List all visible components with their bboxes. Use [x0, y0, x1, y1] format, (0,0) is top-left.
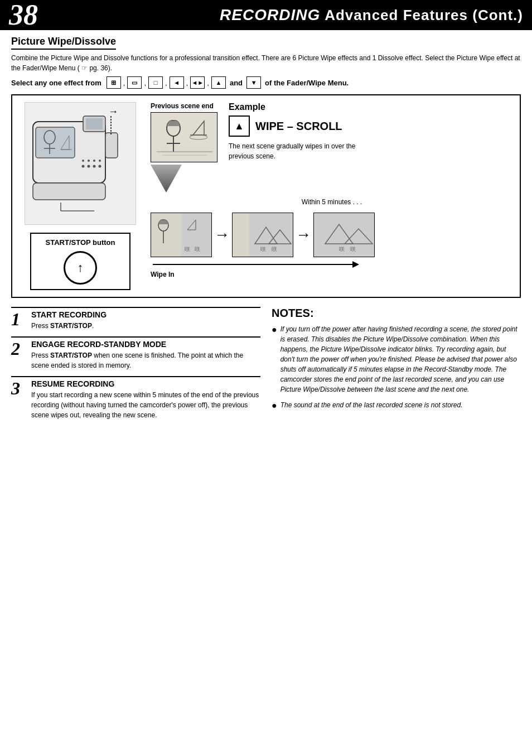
svg-point-11	[88, 165, 90, 168]
wipe-triangle-icon: ▲	[234, 121, 244, 132]
svg-point-16	[93, 160, 95, 162]
wipe-in-label: Wipe In	[151, 271, 513, 278]
svg-rect-9	[86, 118, 103, 129]
svg-point-14	[82, 160, 84, 162]
demo-box: →	[11, 94, 521, 298]
sequence-arrow-2: →	[296, 226, 311, 244]
wipe-scroll-row: ▲ WIPE – SCROLL	[229, 115, 362, 137]
note-bullet-2: ●	[272, 400, 277, 411]
svg-rect-40	[233, 213, 249, 257]
effect-icon-1: ⊞	[107, 76, 121, 89]
svg-rect-18	[105, 133, 118, 158]
page-number: 38	[0, 0, 47, 30]
start-stop-label: START/STOP button	[46, 238, 115, 247]
step-3-number: 3	[11, 379, 27, 397]
step-2-number: 2	[11, 340, 27, 358]
svg-text:咲: 咲	[195, 246, 200, 252]
effect-prefix: Select any one effect from	[11, 79, 101, 87]
note-2: ● The sound at the end of the last recor…	[272, 400, 521, 411]
camcorder-illustration: →	[25, 102, 136, 225]
previous-scene-label: Previous scene end	[151, 102, 214, 110]
wipe-frame-3: 咲 咲	[313, 213, 375, 257]
step-2: 2 ENGAGE RECORD-STANDBY MODE Press START…	[11, 336, 260, 370]
start-stop-box: START/STOP button ↑	[30, 233, 130, 290]
previous-scene-image	[151, 112, 217, 162]
svg-text:咲: 咲	[272, 246, 277, 252]
demo-top: Previous scene end	[151, 102, 513, 192]
step-1: 1 START RECORDING Press START/STOP.	[11, 307, 260, 331]
note-1-text: If you turn off the power after having f…	[280, 324, 521, 394]
demo-right: Previous scene end	[151, 102, 513, 290]
button-arrow-icon: ↑	[78, 261, 84, 275]
effect-icon-7: ▼	[246, 76, 261, 89]
sequence-arrow: →	[214, 226, 230, 244]
title-italic: RECORDING	[220, 6, 320, 24]
step-2-content: ENGAGE RECORD-STANDBY MODE Press START/S…	[31, 340, 260, 370]
step-3: 3 RESUME RECORDING If you start recordin…	[11, 376, 260, 420]
svg-marker-32	[151, 165, 182, 192]
main-content: Picture Wipe/Dissolve Combine the Pictur…	[0, 30, 532, 437]
start-stop-button[interactable]: ↑	[64, 251, 97, 285]
note-bullet-1: ●	[272, 324, 277, 335]
step-1-text: Press START/STOP.	[31, 321, 107, 331]
note-1: ● If you turn off the power after having…	[272, 324, 521, 394]
effect-icon-2: ▭	[127, 76, 142, 89]
step-1-title: START RECORDING	[31, 310, 107, 319]
effect-icon-4: ◄	[170, 76, 184, 89]
and-text: and	[230, 79, 243, 87]
svg-marker-52	[352, 261, 359, 268]
previous-scene-col: Previous scene end	[151, 102, 217, 192]
svg-text:咲: 咲	[350, 246, 356, 252]
svg-point-15	[88, 160, 90, 162]
example-col: Example ▲ WIPE – SCROLL The next scene g…	[229, 102, 362, 192]
effect-suffix: of the Fader/Wipe Menu.	[265, 79, 349, 87]
effect-row: Select any one effect from ⊞, ▭, □, ◄, ◄…	[11, 76, 521, 89]
intro-text: Combine the Picture Wipe and Dissolve fu…	[11, 53, 521, 73]
svg-point-13	[99, 165, 101, 168]
demo-left: →	[19, 102, 142, 290]
effect-icon-5: ◄►	[190, 76, 205, 89]
svg-text:→: →	[108, 106, 118, 117]
svg-point-10	[82, 165, 85, 168]
steps-col: 1 START RECORDING Press START/STOP. 2 EN…	[11, 307, 260, 426]
wipe-sequence: 咲 咲 →	[151, 213, 513, 257]
wipe-icon: ▲	[229, 115, 250, 137]
svg-rect-19	[33, 183, 105, 200]
effect-icon-3: □	[148, 76, 163, 89]
svg-text:咲: 咲	[339, 246, 345, 252]
effect-icon-6: ▲	[211, 76, 226, 89]
wipe-scroll-title: WIPE – SCROLL	[255, 120, 342, 133]
step-3-text: If you start recording a new scene withi…	[31, 390, 260, 420]
example-label: Example	[229, 102, 362, 112]
step-2-title: ENGAGE RECORD-STANDBY MODE	[31, 340, 260, 349]
step-3-content: RESUME RECORDING If you start recording …	[31, 379, 260, 420]
step-3-title: RESUME RECORDING	[31, 379, 260, 388]
note-2-text: The sound at the end of the last recorde…	[280, 400, 463, 410]
svg-rect-23	[151, 113, 217, 162]
wipe-frame-1: 咲 咲	[151, 213, 212, 257]
within-text: Within 5 minutes . . .	[151, 198, 513, 206]
wipe-description: The next scene gradually wipes in over t…	[229, 141, 362, 161]
step-1-content: START RECORDING Press START/STOP.	[31, 310, 107, 331]
section-title: Picture Wipe/Dissolve	[11, 36, 116, 50]
svg-point-12	[93, 165, 96, 168]
notes-title: NOTES:	[272, 307, 521, 320]
step-2-text: Press START/STOP when one scene is finis…	[31, 350, 260, 370]
svg-text:咲: 咲	[260, 246, 266, 252]
title-normal: Advanced Features (Cont.)	[325, 7, 523, 24]
page-title: RECORDING Advanced Features (Cont.)	[47, 0, 532, 30]
svg-text:咲: 咲	[185, 246, 190, 252]
wipe-frame-2: 咲 咲	[232, 213, 293, 257]
steps-and-notes: 1 START RECORDING Press START/STOP. 2 EN…	[11, 307, 521, 426]
svg-point-17	[99, 160, 101, 162]
notes-col: NOTES: ● If you turn off the power after…	[272, 307, 521, 426]
step-1-number: 1	[11, 310, 27, 328]
svg-rect-33	[151, 213, 181, 257]
page-header: 38 RECORDING Advanced Features (Cont.)	[0, 0, 532, 30]
